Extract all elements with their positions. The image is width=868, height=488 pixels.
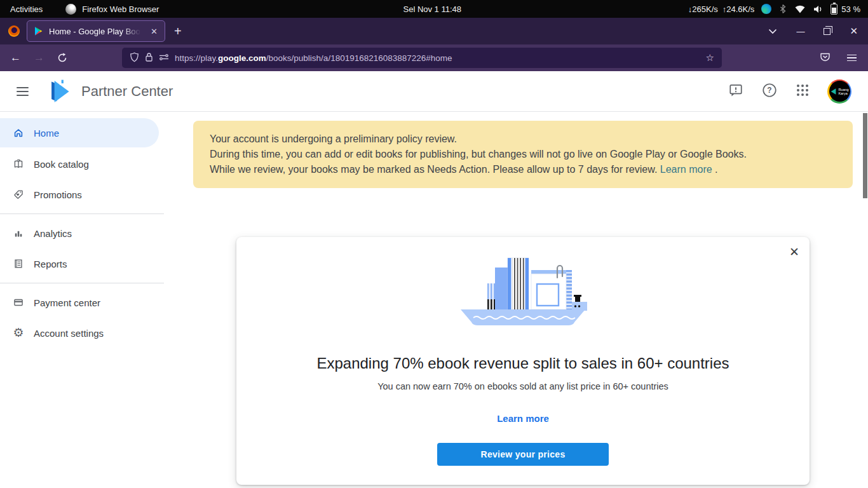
banner-line-2: During this time, you can add or edit bo… — [210, 147, 836, 162]
url-path: /books/publish/a/18019168216083887226#ho… — [266, 53, 452, 63]
window-restore-button[interactable] — [824, 28, 831, 35]
forward-button[interactable]: → — [34, 51, 44, 64]
avatar-logo-triangle — [830, 87, 837, 96]
feedback-icon[interactable] — [728, 83, 743, 100]
book-catalog-icon — [13, 158, 24, 170]
reload-button[interactable] — [57, 53, 67, 63]
focused-app-menu[interactable]: Firefox Web Browser — [65, 4, 159, 15]
help-icon[interactable]: ? — [761, 82, 778, 101]
sidebar-label: Book catalog — [34, 159, 89, 170]
revenue-split-dialog: ✕ — [236, 237, 810, 485]
sidebar-item-book-catalog[interactable]: Book catalog — [0, 149, 164, 179]
sidebar-label: Home — [34, 128, 59, 139]
permissions-icon[interactable] — [159, 53, 169, 64]
browser-toolbar: ← → https://play.google.com/books/publis… — [0, 44, 868, 71]
edge-browser-icon — [761, 4, 771, 14]
sidebar-label: Account settings — [34, 328, 104, 339]
play-books-logo — [45, 78, 73, 105]
page-title: Partner Center — [81, 83, 173, 100]
page-scrollbar-thumb[interactable] — [863, 113, 867, 198]
new-tab-button[interactable]: + — [174, 24, 182, 39]
svg-text:?: ? — [767, 86, 771, 95]
screen: Activities Firefox Web Browser Sel Nov 1… — [0, 0, 868, 488]
url-text[interactable]: https://play.google.com/books/publish/a/… — [175, 53, 700, 63]
promotions-tag-icon — [13, 189, 24, 200]
url-scheme: https://play. — [175, 53, 218, 63]
system-tray[interactable]: ↓265K/s ↑24.6K/s 53 % — [688, 4, 860, 15]
list-tabs-chevron-icon[interactable] — [768, 29, 777, 34]
google-play-icon — [34, 26, 44, 36]
window-close-button[interactable]: ✕ — [850, 25, 858, 37]
sidebar-item-promotions[interactable]: Promotions — [0, 179, 164, 210]
battery-indicator: 53 % — [831, 4, 860, 15]
sidebar-item-payment-center[interactable]: Payment center — [0, 287, 164, 318]
analytics-icon — [13, 227, 24, 239]
dialog-subtitle: You can now earn 70% on ebooks sold at a… — [236, 379, 810, 393]
cargo-ship-books-illustration — [456, 256, 590, 331]
network-speed: ↓265K/s ↑24.6K/s — [688, 4, 755, 14]
wifi-icon — [794, 4, 806, 14]
dialog-learn-more-link[interactable]: Learn more — [236, 412, 810, 425]
battery-percent: 53 % — [841, 4, 860, 14]
bluetooth-icon — [778, 4, 787, 14]
download-speed: ↓265K/s — [688, 4, 718, 14]
review-your-prices-button[interactable]: Review your prices — [437, 443, 609, 466]
firefox-menu-icon[interactable] — [847, 53, 857, 64]
payment-card-icon — [13, 297, 24, 308]
account-avatar[interactable]: Ruang Karya — [827, 79, 851, 104]
reports-icon — [13, 258, 24, 269]
app-menu-icon[interactable] — [17, 85, 29, 98]
bookmark-star-icon[interactable]: ☆ — [706, 52, 714, 64]
sidebar-item-reports[interactable]: Reports — [0, 248, 164, 279]
shield-icon[interactable] — [130, 52, 139, 64]
firefox-view-icon[interactable] — [8, 25, 20, 37]
back-button[interactable]: ← — [10, 51, 21, 64]
browser-tab-bar: Home - Google Play Book ✕ + — ✕ — [0, 18, 868, 44]
partner-center-header: Partner Center ? — [0, 71, 868, 112]
gear-icon: ⚙ — [13, 327, 24, 339]
dialog-close-icon[interactable]: ✕ — [789, 245, 799, 259]
pocket-icon[interactable] — [820, 51, 831, 65]
url-domain: google.com — [218, 53, 266, 63]
system-top-bar: Activities Firefox Web Browser Sel Nov 1… — [0, 0, 868, 18]
google-apps-grid-icon[interactable] — [796, 83, 810, 100]
sidebar-divider — [0, 214, 164, 214]
avatar-text: Ruang Karya — [838, 88, 848, 95]
sidebar-label: Promotions — [34, 189, 82, 200]
tab-close-icon[interactable]: ✕ — [149, 26, 159, 37]
firefox-mono-icon — [65, 4, 76, 15]
tab-title: Home - Google Play Book — [49, 27, 144, 36]
banner-line-3: While we review, your books may be marke… — [210, 162, 836, 177]
sidebar-item-home[interactable]: Home — [0, 118, 159, 147]
lock-icon[interactable] — [145, 52, 153, 64]
activities-button[interactable]: Activities — [10, 4, 43, 14]
sidebar-item-analytics[interactable]: Analytics — [0, 218, 164, 248]
banner-learn-more-link[interactable]: Learn more — [660, 164, 712, 175]
browser-tab-active[interactable]: Home - Google Play Book ✕ — [27, 20, 165, 42]
url-bar[interactable]: https://play.google.com/books/publish/a/… — [122, 48, 722, 68]
dialog-title: Expanding 70% ebook revenue split to sal… — [236, 353, 810, 374]
sidebar-divider — [0, 283, 164, 283]
home-icon — [13, 127, 24, 139]
banner-line-1: Your account is undergoing a preliminary… — [210, 132, 836, 147]
upload-speed: ↑24.6K/s — [722, 4, 755, 14]
sidebar-label: Analytics — [34, 228, 72, 239]
policy-review-banner: Your account is undergoing a preliminary… — [193, 121, 853, 188]
clock[interactable]: Sel Nov 1 11:48 — [403, 4, 461, 14]
volume-icon — [813, 4, 824, 14]
battery-icon — [831, 4, 837, 15]
content-area: Your account is undergoing a preliminary… — [164, 112, 868, 488]
sidebar-item-account-settings[interactable]: ⚙ Account settings — [0, 318, 164, 348]
window-minimize-button[interactable]: — — [796, 27, 804, 36]
sidebar-label: Payment center — [34, 297, 100, 308]
sidebar: Home Book catalog Promotions Analytics R… — [0, 112, 164, 488]
focused-app-label: Firefox Web Browser — [82, 4, 159, 14]
sidebar-label: Reports — [34, 259, 67, 269]
